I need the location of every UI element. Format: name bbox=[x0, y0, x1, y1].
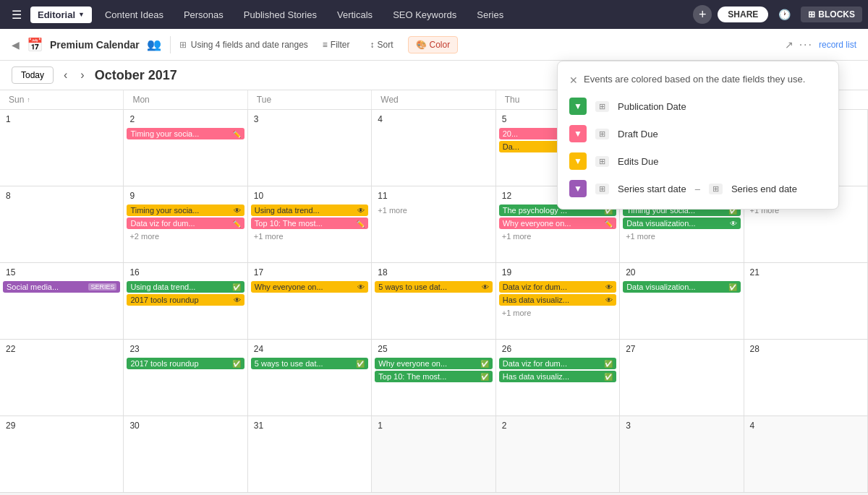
color-button[interactable]: 🎨 Color bbox=[408, 36, 459, 53]
cal-cell-w4d1[interactable]: 30 bbox=[124, 416, 247, 492]
next-month-button[interactable]: › bbox=[77, 67, 87, 83]
calendar-event[interactable]: Timing your socia...✏️ bbox=[127, 128, 244, 139]
cal-cell-w1d1[interactable]: 9Timing your socia...👁Data viz for dum..… bbox=[124, 186, 247, 262]
calendar-event[interactable]: 2017 tools roundup✅ bbox=[127, 358, 244, 369]
cal-cell-w2d1[interactable]: 16Using data trend...✅2017 tools roundup… bbox=[124, 263, 247, 339]
tab-content-ideas[interactable]: Content Ideas bbox=[95, 5, 174, 25]
calendar-event[interactable]: Social media...SERIES bbox=[3, 281, 120, 293]
cal-cell-w3d2[interactable]: 245 ways to use dat...✅ bbox=[248, 340, 372, 416]
record-list-label[interactable]: record list bbox=[819, 40, 856, 50]
add-view-button[interactable]: + bbox=[693, 5, 712, 24]
dropdown-close-icon[interactable]: ✕ bbox=[569, 74, 578, 86]
cal-cell-w4d4[interactable]: 2 bbox=[496, 416, 620, 492]
cal-date: 21 bbox=[747, 266, 864, 279]
more-events-link[interactable]: +2 more bbox=[127, 231, 244, 242]
share-button[interactable]: SHARE bbox=[718, 7, 768, 22]
color-item-edits[interactable]: ▼ ⊞ Edits Due bbox=[569, 152, 827, 170]
more-events-link[interactable]: +1 more bbox=[499, 231, 616, 242]
cal-cell-w3d0[interactable]: 22 bbox=[0, 340, 124, 416]
external-link-icon[interactable]: ↗ bbox=[785, 39, 793, 51]
cal-cell-w3d6[interactable]: 28 bbox=[744, 340, 868, 416]
cal-cell-w0d3[interactable]: 4 bbox=[372, 110, 495, 186]
calendar-event[interactable]: Has data visualiz...✅ bbox=[499, 371, 616, 382]
cal-cell-w0d1[interactable]: 2Timing your socia...✏️ bbox=[124, 110, 247, 186]
cal-cell-w3d3[interactable]: 25Why everyone on...✅Top 10: The most...… bbox=[372, 340, 495, 416]
cal-cell-w2d4[interactable]: 19Data viz for dum...👁Has data visualiz.… bbox=[496, 263, 620, 339]
sort-icon: ↕ bbox=[370, 40, 375, 50]
cal-cell-w4d3[interactable]: 1 bbox=[372, 416, 495, 492]
today-button[interactable]: Today bbox=[12, 66, 54, 84]
calendar-event[interactable]: 5 ways to use dat...👁 bbox=[375, 281, 492, 293]
cal-cell-w4d2[interactable]: 31 bbox=[248, 416, 372, 492]
calendar-event[interactable]: 5 ways to use dat...✅ bbox=[251, 358, 368, 369]
sort-button[interactable]: ↕ Sort bbox=[365, 37, 399, 53]
tab-published-stories[interactable]: Published Stories bbox=[234, 5, 327, 25]
more-events-link[interactable]: +1 more bbox=[623, 231, 740, 242]
more-options-icon[interactable]: ··· bbox=[799, 38, 813, 51]
calendar-event[interactable]: Data visualization...✅ bbox=[623, 281, 740, 293]
calendar-event[interactable]: Using data trend...✅ bbox=[127, 281, 244, 293]
more-events-link[interactable]: +1 more bbox=[251, 231, 368, 242]
color-item-publication[interactable]: ▼ ⊞ Publication Date bbox=[569, 98, 827, 115]
event-text: Timing your socia... bbox=[130, 206, 231, 215]
cal-cell-w1d3[interactable]: 11+1 more bbox=[372, 186, 495, 262]
calendar-event[interactable]: Top 10: The most...✏️ bbox=[251, 218, 368, 229]
blocks-button[interactable]: ⊞ BLOCKS bbox=[801, 7, 862, 22]
cal-cell-w3d5[interactable]: 27 bbox=[620, 340, 744, 416]
cal-date: 1 bbox=[375, 419, 492, 432]
calendar-event[interactable]: 2017 tools roundup👁 bbox=[127, 294, 244, 306]
hamburger-icon[interactable]: ☰ bbox=[6, 4, 27, 26]
more-events-link[interactable]: +1 more bbox=[375, 205, 492, 216]
calendar-event[interactable]: Why everyone on...👁 bbox=[251, 281, 368, 293]
cal-cell-w2d3[interactable]: 185 ways to use dat...👁 bbox=[372, 263, 495, 339]
event-text: Why everyone on... bbox=[255, 283, 355, 291]
cal-cell-w1d0[interactable]: 8 bbox=[0, 186, 124, 262]
tab-series[interactable]: Series bbox=[467, 5, 514, 25]
cal-date: 23 bbox=[127, 343, 244, 356]
cal-cell-w4d6[interactable]: 4 bbox=[744, 416, 868, 492]
calendar-event[interactable]: Data viz for dum...👁 bbox=[499, 281, 616, 293]
event-text: Data viz for dum... bbox=[130, 219, 229, 228]
calendar-icon: 📅 bbox=[27, 37, 43, 53]
color-item-draft[interactable]: ▼ ⊞ Draft Due bbox=[569, 125, 827, 142]
cal-cell-w2d5[interactable]: 20Data visualization...✅ bbox=[620, 263, 744, 339]
color-item-series[interactable]: ▼ ⊞ Series start date – ⊞ Series end dat… bbox=[569, 180, 827, 197]
calendar-event[interactable]: Data viz for dum...✏️ bbox=[127, 218, 244, 229]
collapse-icon[interactable]: ◀ bbox=[12, 39, 20, 51]
calendar-event[interactable]: Timing your socia...👁 bbox=[127, 205, 244, 216]
cal-cell-w2d2[interactable]: 17Why everyone on...👁 bbox=[248, 263, 372, 339]
cal-date: 20 bbox=[623, 266, 740, 279]
calendar-event[interactable]: Top 10: The most...✅ bbox=[375, 371, 492, 382]
history-icon[interactable]: 🕐 bbox=[774, 6, 795, 23]
filter-icon: ≡ bbox=[323, 40, 328, 50]
calendar-event[interactable]: Why everyone on...✏️ bbox=[499, 218, 616, 229]
calendar-event[interactable]: Using data trend...👁 bbox=[251, 205, 368, 216]
cal-cell-w3d1[interactable]: 232017 tools roundup✅ bbox=[124, 340, 247, 416]
cal-cell-w3d4[interactable]: 26Data viz for dum...✅Has data visualiz.… bbox=[496, 340, 620, 416]
cal-cell-w2d0[interactable]: 15Social media...SERIES bbox=[0, 263, 124, 339]
calendar-event[interactable]: Has data visualiz...👁 bbox=[499, 294, 616, 306]
tab-verticals[interactable]: Verticals bbox=[327, 5, 383, 25]
filter-button[interactable]: ≡ Filter bbox=[317, 37, 356, 53]
brand-button[interactable]: Editorial ▼ bbox=[30, 7, 92, 23]
field-selector[interactable]: ⊞ Using 4 fields and date ranges bbox=[179, 40, 308, 50]
cal-cell-w4d0[interactable]: 29 bbox=[0, 416, 124, 492]
cal-cell-w1d2[interactable]: 10Using data trend...👁Top 10: The most..… bbox=[248, 186, 372, 262]
cal-cell-w0d2[interactable]: 3 bbox=[248, 110, 372, 186]
event-text: Has data visualiz... bbox=[503, 372, 602, 381]
sort-arrow-icon[interactable]: ↑ bbox=[27, 96, 30, 103]
calendar-event[interactable]: Why everyone on...✅ bbox=[375, 358, 492, 369]
prev-month-button[interactable]: ‹ bbox=[61, 67, 70, 83]
people-icon[interactable]: 👥 bbox=[147, 38, 161, 51]
event-status-icon: 👁 bbox=[234, 207, 241, 215]
tab-personas[interactable]: Personas bbox=[174, 5, 234, 25]
cal-cell-w0d0[interactable]: 1 bbox=[0, 110, 124, 186]
calendar-event[interactable]: Data visualization...👁 bbox=[623, 218, 740, 229]
cal-cell-w2d6[interactable]: 21 bbox=[744, 263, 868, 339]
tab-seo-keywords[interactable]: SEO Keywords bbox=[383, 5, 467, 25]
cal-cell-w4d5[interactable]: 3 bbox=[620, 416, 744, 492]
more-events-link[interactable]: +1 more bbox=[499, 307, 616, 319]
cal-date: 30 bbox=[127, 419, 244, 432]
calendar-event[interactable]: Data viz for dum...✅ bbox=[499, 358, 616, 369]
event-text: Using data trend... bbox=[255, 206, 355, 215]
